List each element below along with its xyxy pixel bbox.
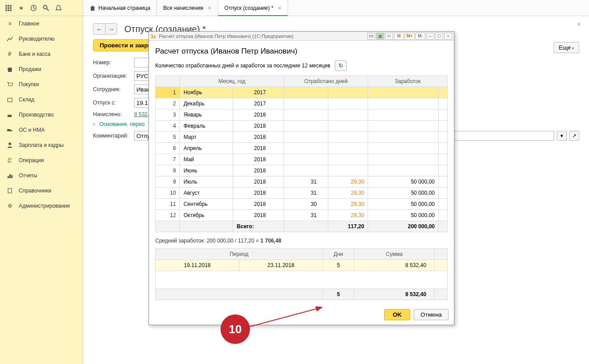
col-month: Месяц, год xyxy=(180,76,284,87)
calendar-icon[interactable]: ▦ xyxy=(376,33,384,40)
tab-home[interactable]: Начальная страница xyxy=(83,0,157,16)
svg-point-2 xyxy=(10,5,12,7)
table-row[interactable]: 6Апрель2018 xyxy=(156,143,448,154)
tab-label: Отпуск (создание) * xyxy=(225,5,273,11)
sidebar-item-bank[interactable]: ₽Банк и касса xyxy=(0,46,83,62)
sidebar-item-assets[interactable]: ОС и НМА xyxy=(0,122,83,138)
table-row[interactable]: 3Январь2018 xyxy=(156,109,448,121)
print-icon[interactable] xyxy=(367,33,375,40)
svg-rect-18 xyxy=(11,175,13,178)
history-icon[interactable] xyxy=(30,4,38,12)
col-earn: Заработок xyxy=(368,76,448,87)
total-earn: 200 000,00 xyxy=(368,221,439,232)
period-table[interactable]: Период Дни Сумма 19.11.2018 23.11.2018 5… xyxy=(155,248,448,300)
memory-mplus-button[interactable]: M+ xyxy=(405,33,415,40)
col-days2: Дни xyxy=(323,249,354,260)
menu-icon: ≡ xyxy=(6,20,13,27)
table-row[interactable]: 10Август20183129,3050 000,00 xyxy=(156,188,448,199)
table-row[interactable]: 12Октябрь20183129,3050 000,00 xyxy=(156,210,448,221)
sidebar-item-operations[interactable]: ДтКтОперации xyxy=(0,153,83,168)
logo-1c: 1c xyxy=(151,33,156,39)
forward-button[interactable]: → xyxy=(105,24,117,34)
table-row[interactable]: 8Июнь2018 xyxy=(156,165,448,176)
emp-label: Сотрудник: xyxy=(93,86,131,92)
factory-icon xyxy=(6,111,13,118)
minimize-icon[interactable]: — xyxy=(426,33,434,40)
table-row[interactable]: 11Сентябрь20183029,3050 000,00 xyxy=(156,199,448,210)
tab-vacation-active[interactable]: Отпуск (создание) * × xyxy=(218,0,288,16)
table-row[interactable]: 19.11.2018 23.11.2018 5 8 532,40 xyxy=(156,260,448,271)
svg-rect-14 xyxy=(10,130,12,131)
accrued-label: Начислено: xyxy=(93,111,131,117)
chevron-right-icon[interactable]: › xyxy=(93,121,95,127)
sidebar-item-main[interactable]: ≡Главное xyxy=(0,16,83,31)
bag-icon xyxy=(6,66,13,73)
sidebar-item-production[interactable]: Производство xyxy=(0,107,83,122)
annotation-arrow xyxy=(247,305,327,331)
table-row[interactable]: 9Июль20183129,3050 000,00 xyxy=(156,176,448,188)
svg-line-11 xyxy=(47,8,49,11)
svg-rect-20 xyxy=(369,35,373,37)
sidebar-item-admin[interactable]: ⚙Администрирование xyxy=(0,198,83,213)
table-row[interactable]: 2Декабрь2017 xyxy=(156,98,448,109)
tab-all[interactable]: Все начисления × xyxy=(157,0,218,16)
table-row[interactable]: 5Март2018 xyxy=(156,132,448,143)
table-row[interactable]: 4Февраль2018 xyxy=(156,121,448,132)
total2-sum: 8 532,40 xyxy=(354,289,435,300)
back-button[interactable]: ← xyxy=(93,24,105,34)
table-row[interactable]: 7Май2018 xyxy=(156,154,448,165)
close-icon[interactable]: × xyxy=(278,4,281,12)
sidebar-item-salary[interactable]: Зарплата и кадры xyxy=(0,138,83,153)
svg-point-5 xyxy=(10,7,12,9)
dkkt-icon: ДтКт xyxy=(6,157,13,164)
table-row[interactable] xyxy=(156,271,448,289)
bell-icon[interactable] xyxy=(55,4,63,12)
dialog-titlebar[interactable]: 1c Расчет отпуска (Иванов Петр Иванович)… xyxy=(149,32,454,41)
svg-rect-19 xyxy=(8,188,12,193)
avg-earnings-line: Средний заработок: 200 000,00 / 117,20 =… xyxy=(155,238,448,244)
open-button[interactable]: ↗ xyxy=(569,131,579,141)
org-label: Организация: xyxy=(93,73,131,79)
tab-label: Начальная страница xyxy=(98,5,150,11)
annotation-badge: 10 xyxy=(220,314,250,344)
star-icon[interactable]: ★ xyxy=(17,4,25,12)
sidebar-item-sales[interactable]: Продажи xyxy=(0,62,83,77)
cancel-button[interactable]: Отмена xyxy=(414,309,449,320)
svg-line-21 xyxy=(249,307,322,327)
dialog-subtitle: Количество отработанных дней и заработок… xyxy=(155,63,331,69)
dropdown-button[interactable]: ▾ xyxy=(557,131,567,141)
dialog-heading: Расчет отпуска (Иванов Петр Иванович) xyxy=(155,47,448,56)
svg-point-4 xyxy=(8,7,9,9)
sidebar: ≡Главное Руководителю ₽Банк и касса Прод… xyxy=(0,16,83,364)
svg-point-8 xyxy=(10,9,12,11)
memory-m-button[interactable]: M xyxy=(394,33,404,40)
total-days: 117,20 xyxy=(328,221,368,232)
search-icon[interactable] xyxy=(42,4,50,12)
table-row[interactable]: 1Ноябрь2017 xyxy=(156,87,448,98)
basis-link[interactable]: Основание, перио xyxy=(99,121,144,127)
apps-icon[interactable] xyxy=(4,4,13,12)
sidebar-item-reports[interactable]: Отчеты xyxy=(0,168,83,183)
months-table[interactable]: Месяц, год Отработано дней Заработок 1Но… xyxy=(155,75,448,232)
cart-icon xyxy=(6,81,13,88)
refresh-button[interactable]: ↻ xyxy=(335,60,347,71)
accrued-link[interactable]: 8 532, xyxy=(134,111,149,117)
sidebar-item-stock[interactable]: Склад xyxy=(0,92,83,107)
ok-button[interactable]: OK xyxy=(384,309,410,320)
person-icon xyxy=(6,142,13,149)
svg-point-1 xyxy=(8,5,9,7)
close-icon[interactable]: × xyxy=(208,4,212,12)
maximize-icon[interactable]: ☐ xyxy=(435,33,443,40)
more-button[interactable]: Еще xyxy=(554,42,579,53)
chart-icon xyxy=(6,35,13,42)
box-icon xyxy=(6,96,13,103)
calendar31-icon[interactable]: 31 xyxy=(385,33,393,40)
sidebar-item-purchases[interactable]: Покупки xyxy=(0,77,83,92)
dialog-title: Расчет отпуска (Иванов Петр Иванович) (1… xyxy=(159,33,293,39)
sidebar-item-directories[interactable]: Справочники xyxy=(0,183,83,198)
ruble-icon: ₽ xyxy=(6,50,13,58)
gear-icon: ⚙ xyxy=(6,202,13,209)
close-icon[interactable]: × xyxy=(444,33,452,40)
sidebar-item-manager[interactable]: Руководителю xyxy=(0,31,83,46)
memory-mminus-button[interactable]: M- xyxy=(415,33,425,40)
